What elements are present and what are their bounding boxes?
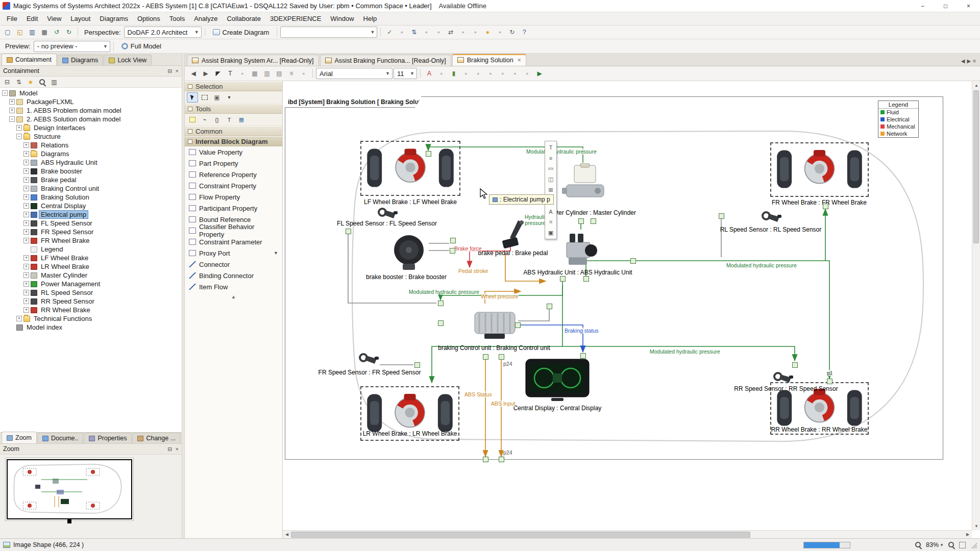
tree-item-fl-speed-sensor[interactable]: +FL Speed Sensor [0,219,182,228]
forward-icon[interactable]: ▶ [200,68,211,79]
tree-item-master-cylinder[interactable]: +Master Cylinder [0,271,182,280]
scroll-down-icon[interactable]: ▼ [972,522,980,530]
tree-item-lf-wheel-brake[interactable]: +LF Wheel Brake [0,254,182,262]
floating-tool-button[interactable]: ▣ [546,228,556,238]
memory-monitor-bar[interactable] [803,542,850,548]
doc-tab-assist-braking-system-ar-read-only[interactable]: Assist Braking System Ar... [Read-Only] [187,55,319,66]
tree-item-model-index[interactable]: Model index [0,323,182,332]
tree-item-2-aebs-solution-domain-model[interactable]: −2. AEBS Solution domain model [0,115,182,123]
full-model-toggle[interactable]: Full Model [117,41,166,52]
palette-item-constraint-property[interactable]: Constraint Property [185,180,282,191]
tree-item-braking-solution[interactable]: +Braking Solution [0,193,182,202]
tree-expander-icon[interactable]: + [23,168,29,174]
port[interactable] [827,379,832,384]
port[interactable] [719,213,724,219]
node-display[interactable] [525,358,590,402]
tree-expander-icon[interactable]: + [23,255,29,261]
favorites-icon[interactable]: ★ [26,78,36,87]
tree-item-central-display[interactable]: +Central Display [0,202,182,210]
paste-style-icon[interactable]: ▫ [485,68,496,79]
tree-expander-icon[interactable]: + [16,125,22,131]
manage-locks-icon[interactable]: ▫ [433,27,444,38]
copy-style-icon[interactable]: ▫ [473,68,484,79]
tree-expander-icon[interactable]: + [23,186,29,191]
quick-access-combo[interactable]: ▼ [280,27,377,38]
tree-expander-icon[interactable]: + [23,238,29,243]
collapse-all-icon[interactable]: ⊟ [2,78,12,87]
pointer-icon[interactable] [187,92,198,103]
port[interactable] [483,354,488,360]
doc-tab-assist-braking-functiona-read-only[interactable]: Assist Braking Functiona... [Read-Only] [320,55,451,66]
columns-icon[interactable]: ▥ [49,78,59,87]
compare-icon[interactable]: ⇄ [445,27,456,38]
port[interactable] [346,229,351,234]
port[interactable] [483,457,488,462]
commit-changes-icon[interactable]: ▫ [421,27,432,38]
help-icon[interactable]: ? [519,27,530,38]
node-booster[interactable] [389,234,429,272]
merge-icon[interactable]: ▫ [457,27,469,38]
horizontal-scrollbar[interactable]: ◀ ▶ [283,530,972,538]
tree-expander-icon[interactable]: + [23,220,29,226]
update-project-icon[interactable]: ⇅ [408,27,420,38]
open-project-icon[interactable]: ◱ [14,27,26,38]
sort-icon[interactable]: ⇅ [14,78,24,87]
port[interactable] [499,354,504,360]
port[interactable] [580,353,586,359]
tree-expander-icon[interactable]: + [16,316,22,321]
zoom-viewport-handle[interactable] [67,519,71,523]
zoom-level-combo[interactable]: 83% ▼ [926,541,944,548]
panel-tab-docume[interactable]: Docume.. [37,433,84,443]
tree-item-braking-control-unit[interactable]: +Braking Control unit [0,184,182,193]
print-icon[interactable]: ▦ [39,27,50,38]
panel-minimize-icon[interactable]: ⊟ [167,68,172,74]
port[interactable] [499,457,504,462]
tree-item-fr-wheel-brake[interactable]: +FR Wheel Brake [0,236,182,245]
gear-icon[interactable]: ▫ [298,68,309,79]
port[interactable] [450,238,456,243]
floating-tool-button[interactable]: ⊞ [546,185,556,195]
port[interactable] [438,300,444,306]
panel-tab-lock-view[interactable]: Lock View [104,55,152,65]
palette-item-item-flow[interactable]: Item Flow [185,281,282,292]
tree-item-abs-hydraulic-unit[interactable]: +ABS Hydraulic Unit [0,158,182,167]
tree-item-rr-speed-sensor[interactable]: +RR Speed Sensor [0,297,182,306]
menu-3dexperience[interactable]: 3DEXPERIENCE [265,13,326,24]
panel-tab-containment[interactable]: Containment [2,54,57,65]
format-painter-icon[interactable]: ▫ [460,68,472,79]
port[interactable] [591,218,596,224]
port[interactable] [414,362,420,368]
options-icon[interactable]: ▫ [470,27,481,38]
node-fr-sensor[interactable] [357,350,380,368]
node-lf[interactable] [360,141,460,196]
port[interactable] [792,362,798,368]
maximize-button[interactable]: □ [934,0,957,12]
node-master[interactable] [562,163,608,208]
panel-tab-zoom[interactable]: Zoom [2,432,37,443]
floating-tool-button[interactable]: ≡ [546,153,556,163]
search-icon[interactable] [37,78,47,87]
tab-list-icon[interactable]: ≡ [973,58,976,64]
tree-item-rr-wheel-brake[interactable]: +RR Wheel Brake [0,306,182,314]
tree-item-relations[interactable]: +Relations [0,141,182,149]
port[interactable] [426,151,431,157]
tree-expander-icon[interactable]: + [23,142,29,148]
tree-expander-icon[interactable]: + [23,194,29,200]
dependencies-icon[interactable]: ▫ [522,68,533,79]
panel-close-icon[interactable]: × [176,68,179,74]
scroll-right-icon[interactable]: ▶ [964,531,972,539]
palette-section-common[interactable]: Common [185,126,282,136]
tree-item-1-aebs-problem-domain-model[interactable]: +1. AEBS Problem domain model [0,106,182,115]
tree-expander-icon[interactable]: − [9,116,15,122]
menu-edit[interactable]: Edit [22,13,42,24]
floating-tool-button[interactable]: ⌗ [546,217,556,228]
group-select-icon[interactable]: ▣ [211,92,223,103]
draw-order-icon[interactable]: ≡ [286,68,297,79]
tree-item-design-interfaces[interactable]: +Design Interfaces [0,123,182,132]
tab-scroll-left-icon[interactable]: ◀ [961,58,965,64]
tree-item-structure[interactable]: −Structure [0,132,182,141]
resize-grip[interactable] [970,541,977,548]
validate-icon[interactable]: ✓ [384,27,395,38]
tree-item-model[interactable]: −Model [0,89,182,97]
tab-scroll-right-icon[interactable]: ▶ [967,58,971,64]
